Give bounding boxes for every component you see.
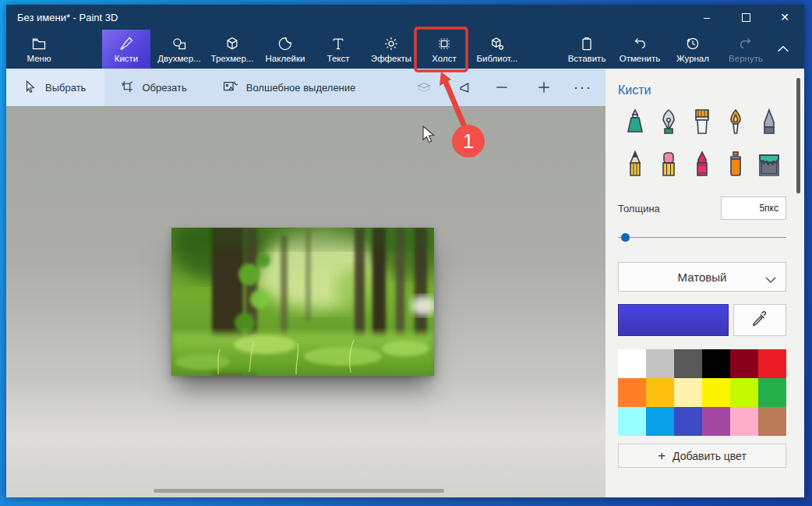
brushes-side-panel: Кисти — [605, 69, 804, 497]
palette-swatch-pink[interactable] — [730, 407, 758, 436]
close-button[interactable]: ✕ — [765, 5, 804, 30]
brush-pencil[interactable] — [621, 150, 649, 179]
library-icon — [489, 36, 505, 51]
canvas-icon — [436, 36, 452, 51]
magic-select-label: Волшебное выделение — [246, 82, 356, 94]
ribbon-tab-effects[interactable]: Эффекты — [367, 30, 415, 69]
ribbon-tab-stickers[interactable]: Наклейки — [261, 30, 309, 69]
ribbon-tab-redo[interactable]: Вернуть — [722, 30, 770, 69]
ribbon-tab-paste[interactable]: Вставить — [563, 30, 611, 69]
slider-track — [618, 237, 786, 238]
finish-dropdown-value: Матовый — [678, 271, 727, 284]
magic-select-button[interactable]: Волшебное выделение — [212, 69, 367, 106]
palette-swatch-brown[interactable] — [758, 407, 786, 436]
palette-swatch-black[interactable] — [702, 349, 730, 378]
selection-toolbar: Выбрать Обрезать Волшебное выделение — [6, 69, 605, 106]
canvas-workspace[interactable] — [6, 106, 605, 497]
2d-shapes-icon — [171, 36, 187, 51]
ribbon-tab-menu[interactable]: Меню — [16, 30, 62, 69]
thickness-input[interactable] — [721, 196, 786, 220]
palette-swatch-azure[interactable] — [646, 407, 674, 436]
palette-swatch-dark-gray[interactable] — [674, 349, 702, 378]
palette-swatch-dark-red[interactable] — [730, 349, 758, 378]
crop-tool-button[interactable]: Обрезать — [109, 69, 197, 106]
brush-marker[interactable] — [621, 108, 649, 137]
ribbon-tab-brushes[interactable]: Кисти — [102, 30, 150, 69]
plus-icon: + — [658, 448, 665, 464]
zoom-in-button[interactable] — [534, 77, 554, 97]
brush-fill-bucket[interactable] — [755, 150, 783, 179]
add-color-label: Добавить цвет — [673, 450, 747, 462]
palette-swatch-gold[interactable] — [646, 378, 674, 407]
ribbon-tab-3d-shapes[interactable]: Трехмер... — [208, 30, 256, 69]
palette-swatch-cyan[interactable] — [618, 407, 646, 436]
3d-shapes-icon — [224, 36, 240, 51]
thickness-label: Толщина — [618, 203, 660, 214]
finish-dropdown[interactable]: Матовый — [618, 262, 786, 292]
menu-folder-icon — [31, 36, 47, 51]
more-options-button[interactable]: ··· — [573, 77, 593, 97]
crop-tool-label: Обрезать — [142, 82, 186, 94]
effects-icon — [383, 36, 399, 51]
ribbon-tab-library[interactable]: Библиот... — [473, 30, 521, 69]
zoom-out-button[interactable] — [492, 77, 512, 97]
ribbon-toolbar: Меню Кисти Двухмер... Трехмер... — [6, 30, 804, 69]
brush-grid — [618, 108, 786, 179]
window-title: Без имени* - Paint 3D — [6, 12, 687, 23]
brush-crayon[interactable] — [688, 150, 716, 179]
color-row — [618, 304, 786, 336]
3d-view-rotate-icon[interactable] — [414, 77, 434, 97]
cursor-arrow-icon — [23, 80, 37, 96]
ribbon-tab-2d-shapes[interactable]: Двухмер... — [155, 30, 203, 69]
paste-icon — [579, 36, 595, 51]
brush-spray-can[interactable] — [722, 150, 750, 179]
eyedropper-icon — [751, 310, 768, 331]
brush-watercolor[interactable] — [755, 108, 783, 137]
palette-swatch-cream[interactable] — [674, 378, 702, 407]
ribbon-tab-canvas[interactable]: Холст — [420, 30, 468, 69]
brush-flat-brush[interactable] — [688, 108, 716, 137]
eyedropper-button[interactable] — [733, 304, 786, 336]
canvas-image-forest[interactable] — [171, 228, 434, 376]
redo-icon — [738, 36, 754, 51]
palette-swatch-orange[interactable] — [618, 378, 646, 407]
crop-icon — [120, 80, 134, 96]
desktop-background: Без имени* - Paint 3D – ✕ Меню Кисти — [0, 0, 812, 506]
select-tool-button[interactable]: Выбрать — [6, 69, 104, 106]
text-icon — [330, 36, 346, 51]
current-color-swatch[interactable] — [618, 304, 729, 336]
ribbon-tab-history[interactable]: Журнал — [669, 30, 717, 69]
ribbon-tab-text[interactable]: Текст — [314, 30, 362, 69]
ellipsis-icon: ··· — [574, 80, 592, 96]
palette-swatch-green[interactable] — [758, 378, 786, 407]
thickness-row: Толщина — [618, 196, 786, 220]
brush-eraser[interactable] — [655, 150, 683, 179]
brush-calligraphy-pen[interactable] — [655, 108, 683, 137]
title-bar: Без имени* - Paint 3D – ✕ — [6, 5, 804, 30]
palette-swatch-purple[interactable] — [702, 407, 730, 436]
panel-vertical-scrollbar[interactable] — [796, 78, 800, 193]
palette-swatch-indigo[interactable] — [674, 407, 702, 436]
maximize-button[interactable] — [726, 5, 765, 30]
chevron-down-icon — [765, 273, 776, 287]
maximize-icon — [742, 13, 750, 22]
perspective-view-icon[interactable] — [454, 77, 475, 97]
thickness-slider[interactable] — [618, 233, 786, 242]
palette-swatch-light-gray[interactable] — [646, 349, 674, 378]
brush-oil-brush[interactable] — [722, 108, 750, 137]
collapse-ribbon-chevron-up-icon[interactable] — [775, 41, 792, 58]
palette-swatch-lime[interactable] — [730, 378, 758, 407]
history-icon — [685, 36, 701, 51]
panel-title: Кисти — [618, 83, 786, 97]
window-controls: – ✕ — [687, 5, 804, 30]
palette-swatch-red[interactable] — [758, 349, 786, 378]
magic-select-icon — [223, 80, 238, 96]
palette-swatch-white[interactable] — [618, 349, 646, 378]
slider-thumb[interactable] — [621, 233, 630, 242]
add-color-button[interactable]: + Добавить цвет — [618, 444, 786, 468]
ribbon-tab-undo[interactable]: Отменить — [616, 30, 664, 69]
paint3d-window: Без имени* - Paint 3D – ✕ Меню Кисти — [6, 5, 804, 497]
horizontal-scrollbar[interactable] — [154, 489, 444, 493]
minimize-button[interactable]: – — [687, 5, 726, 30]
palette-swatch-yellow[interactable] — [702, 378, 730, 407]
